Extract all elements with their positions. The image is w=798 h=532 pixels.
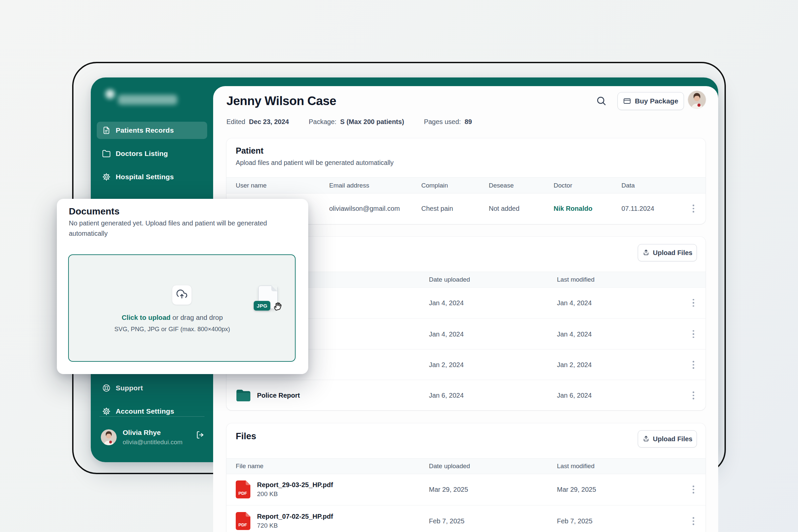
pages-used-label: Pages used: (424, 118, 461, 125)
pdf-file-icon: PDF (236, 480, 250, 498)
col-file-name: File name (236, 462, 263, 470)
file-dropzone[interactable]: Click to upload or drag and drop SVG, PN… (68, 254, 296, 362)
buy-package-label: Buy Package (635, 97, 678, 105)
user-avatar (101, 429, 117, 445)
sidebar-item-patients-records[interactable]: Patients Records (97, 122, 207, 139)
doc-date-uploaded: Jan 4, 2024 (429, 330, 464, 338)
col-last-modified: Last modified (557, 276, 594, 283)
col-date-uploaded: Date uploaded (429, 276, 470, 283)
col-complain: Complain (421, 182, 448, 189)
sidebar-item-account-settings[interactable]: Account Settings (97, 403, 207, 420)
click-to-upload-link[interactable]: Click to upload (122, 314, 171, 321)
sidebar-item-hospital-settings[interactable]: Hospital Settings (97, 168, 207, 186)
sidebar-item-label: Account Settings (116, 407, 174, 415)
sidebar-item-support[interactable]: Support (97, 379, 207, 397)
upload-cta[interactable]: Click to upload or drag and drop (69, 314, 276, 322)
svg-text:PDF: PDF (239, 491, 247, 496)
pages-used-value: 89 (464, 118, 472, 125)
row-menu-button[interactable] (690, 359, 696, 371)
patient-complain: Chest pain (421, 205, 453, 212)
doc-date-uploaded: Jan 2, 2024 (429, 361, 464, 369)
col-last-modified: Last modified (557, 462, 594, 470)
doc-last-modified: Jan 2, 2024 (557, 361, 592, 369)
patient-card-subtitle: Apload files and patient will be generat… (236, 159, 394, 167)
folder-name: Police Report (257, 392, 300, 399)
logout-button[interactable] (196, 431, 205, 439)
upload-files-label: Upload Files (653, 435, 692, 443)
sidebar-item-label: Support (116, 384, 143, 392)
file-date-uploaded: Mar 29, 2025 (429, 486, 468, 493)
page: Patients Records Doctors Listing Hospita… (0, 0, 798, 532)
files-card: Files Upload Files File name Date upload… (226, 423, 706, 532)
package-label: Package: (309, 118, 337, 125)
gear-icon (102, 173, 111, 181)
doc-last-modified: Jan 4, 2024 (557, 330, 592, 338)
upload-hint: SVG, PNG, JPG or GIF (max. 800×400px) (69, 325, 276, 333)
upload-icon (642, 249, 650, 256)
patient-data: 07.11.2024 (622, 205, 654, 212)
header-avatar[interactable] (688, 91, 706, 109)
col-data: Data (622, 182, 635, 189)
search-button[interactable] (596, 95, 607, 107)
sidebar-user-profile[interactable]: Olivia Rhye olivia@untitledui.com (91, 425, 213, 455)
upload-files-button[interactable]: Upload Files (638, 430, 697, 448)
sidebar-divider (99, 416, 205, 417)
modal-title: Documents (69, 206, 119, 217)
file-size: 720 KB (257, 522, 333, 529)
jpg-badge: JPG (254, 301, 270, 310)
user-name: Olivia Rhye (123, 429, 160, 437)
lifebuoy-icon (102, 384, 111, 392)
col-email: Email address (329, 182, 369, 189)
upload-icon-box (172, 285, 192, 305)
file-text-icon (102, 126, 111, 135)
col-desease: Desease (489, 182, 514, 189)
folder-icon (236, 389, 251, 402)
sidebar-item-label: Patients Records (116, 126, 174, 134)
file-row[interactable]: PDF Report_29-03-25_HP.pdf 200 KB Mar 29… (226, 474, 706, 505)
svg-text:PDF: PDF (239, 522, 247, 527)
case-meta: Edited Dec 23, 2024 Package: S (Max 200 … (226, 118, 472, 126)
edited-value: Dec 23, 2024 (249, 118, 289, 125)
files-table-header: File name Date uploaded Last modified (226, 458, 706, 474)
upload-icon (642, 435, 650, 442)
doc-date-uploaded: Jan 4, 2024 (429, 299, 464, 307)
files-card-title: Files (236, 431, 256, 441)
file-name: Report_29-03-25_HP.pdf (257, 481, 333, 489)
file-last-modified: Feb 7, 2025 (557, 517, 592, 525)
buy-package-button[interactable]: Buy Package (618, 92, 684, 110)
row-menu-button[interactable] (690, 203, 696, 214)
search-icon (596, 95, 607, 106)
file-size: 200 KB (257, 491, 333, 498)
patient-email: oliviawilson@gmail.com (329, 205, 400, 212)
modal-description: No patient generated yet. Upload files a… (69, 218, 296, 239)
sidebar-item-doctors-listing[interactable]: Doctors Listing (97, 145, 207, 162)
patient-card-title: Patient (236, 146, 263, 156)
app-logo-blurred (101, 88, 187, 109)
patient-doctor-link[interactable]: Nik Ronaldo (554, 205, 592, 212)
package-value: S (Max 200 patients) (340, 118, 404, 125)
row-menu-button[interactable] (690, 515, 696, 527)
upload-files-button[interactable]: Upload Files (638, 244, 697, 261)
gear-icon (102, 407, 111, 416)
file-name: Report_07-02-25_HP.pdf (257, 513, 333, 520)
patient-desease: Not added (489, 205, 519, 212)
file-date-uploaded: Feb 7, 2025 (429, 517, 464, 525)
doc-last-modified: Jan 4, 2024 (557, 299, 592, 307)
sidebar-item-label: Doctors Listing (116, 150, 168, 158)
patient-table-header: User name Email address Complain Desease… (226, 177, 706, 193)
row-menu-button[interactable] (690, 297, 696, 309)
row-menu-button[interactable] (690, 328, 696, 340)
sidebar-item-label: Hospital Settings (116, 173, 174, 181)
row-menu-button[interactable] (690, 483, 696, 495)
user-email: olivia@untitledui.com (123, 439, 183, 446)
doc-last-modified: Jan 6, 2024 (557, 392, 592, 399)
upload-files-label: Upload Files (653, 249, 692, 257)
col-user-name: User name (236, 182, 267, 189)
col-doctor: Doctor (554, 182, 572, 189)
credit-card-icon (623, 97, 631, 105)
row-menu-button[interactable] (690, 390, 696, 401)
page-title: Jenny Wilson Case (226, 94, 336, 108)
upload-cloud-icon (176, 290, 187, 300)
document-row-police-report[interactable]: Police Report Jan 6, 2024 Jan 6, 2024 (226, 380, 706, 411)
file-row[interactable]: PDF Report_07-02-25_HP.pdf 720 KB Feb 7,… (226, 505, 706, 532)
